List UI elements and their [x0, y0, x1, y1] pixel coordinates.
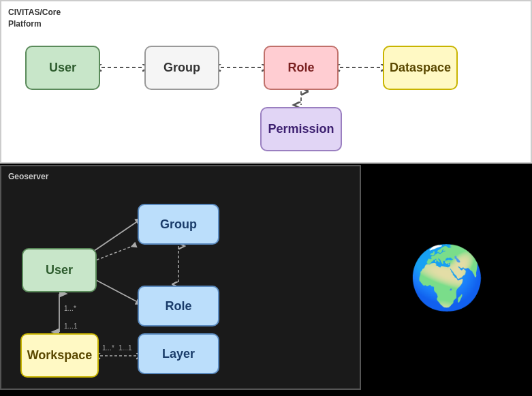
bottom-role-node: Role: [138, 286, 219, 326]
top-role-node: Role: [264, 46, 339, 90]
top-user-node: User: [25, 46, 100, 90]
bottom-group-node: Group: [138, 204, 219, 245]
top-permission-node: Permission: [260, 107, 342, 151]
top-panel-label: CIVITAS/CorePlatform: [8, 7, 61, 30]
bottom-workspace-node: Workspace: [20, 333, 99, 378]
svg-text:1...1: 1...1: [119, 344, 132, 352]
globe-icon: 🌍: [409, 242, 485, 314]
bottom-user-node: User: [22, 248, 97, 292]
svg-text:1...*: 1...*: [102, 344, 114, 352]
top-group-node: Group: [144, 46, 219, 90]
bottom-panel: Geoserver: [0, 165, 361, 390]
bottom-panel-label: Geoserver: [8, 172, 48, 181]
top-dataspace-node: Dataspace: [383, 46, 458, 90]
bottom-layer-node: Layer: [138, 333, 219, 374]
globe-area: 🌍: [361, 165, 532, 390]
svg-text:1...1: 1...1: [64, 322, 78, 330]
top-panel: CIVITAS/CorePlatform Group --> User: [0, 0, 532, 164]
svg-text:1...*: 1...*: [64, 305, 76, 312]
